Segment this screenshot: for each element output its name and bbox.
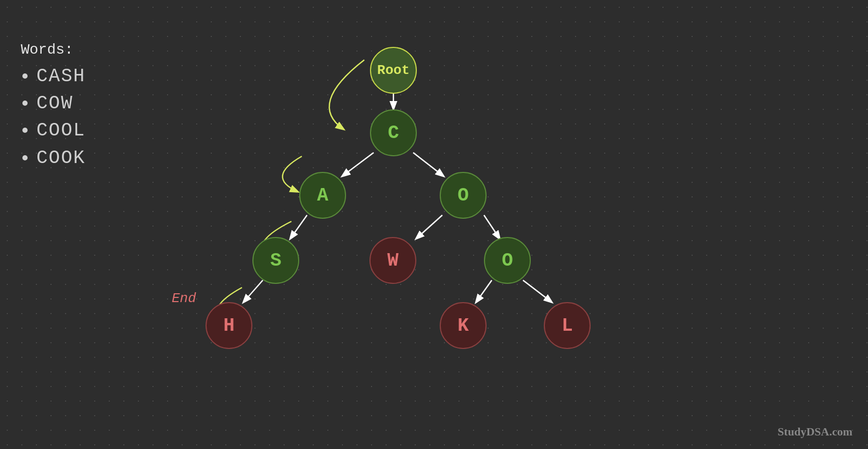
- watermark: StudyDSA.com: [777, 425, 852, 439]
- node-O1: O: [440, 172, 487, 219]
- node-root-label: Root: [377, 63, 410, 78]
- node-H: H: [206, 302, 252, 349]
- tree-container: Root C A O S W O H K L End: [0, 0, 868, 449]
- arrows-svg: [0, 0, 868, 449]
- node-W: W: [369, 237, 416, 284]
- word-cool: COOL: [36, 117, 85, 144]
- node-S-label: S: [270, 250, 282, 271]
- word-cow: COW: [36, 90, 85, 117]
- word-cash: CASH: [36, 63, 85, 90]
- svg-line-8: [523, 280, 552, 302]
- svg-line-4: [416, 215, 442, 239]
- svg-line-3: [290, 215, 307, 239]
- svg-line-7: [476, 280, 492, 302]
- node-O1-label: O: [457, 185, 469, 206]
- node-O2-label: O: [502, 250, 513, 271]
- node-O2: O: [484, 237, 531, 284]
- node-K-label: K: [457, 315, 469, 336]
- node-L: L: [544, 302, 591, 349]
- svg-line-6: [244, 280, 263, 302]
- svg-line-2: [413, 153, 443, 176]
- node-C: C: [370, 109, 417, 156]
- node-C-label: C: [388, 122, 399, 144]
- node-A: A: [299, 172, 346, 219]
- node-K: K: [440, 302, 487, 349]
- node-S: S: [252, 237, 299, 284]
- svg-line-1: [342, 153, 374, 176]
- node-H-label: H: [223, 315, 235, 336]
- node-W-label: W: [387, 250, 399, 271]
- words-panel: Words: CASH COW COOL COOK: [21, 42, 85, 172]
- words-title: Words:: [21, 42, 85, 58]
- word-cook: COOK: [36, 145, 85, 172]
- node-A-label: A: [317, 185, 328, 206]
- end-label: End: [172, 291, 196, 306]
- svg-line-5: [484, 215, 500, 239]
- node-L-label: L: [561, 315, 573, 336]
- node-root: Root: [370, 47, 417, 94]
- words-list: CASH COW COOL COOK: [21, 63, 85, 172]
